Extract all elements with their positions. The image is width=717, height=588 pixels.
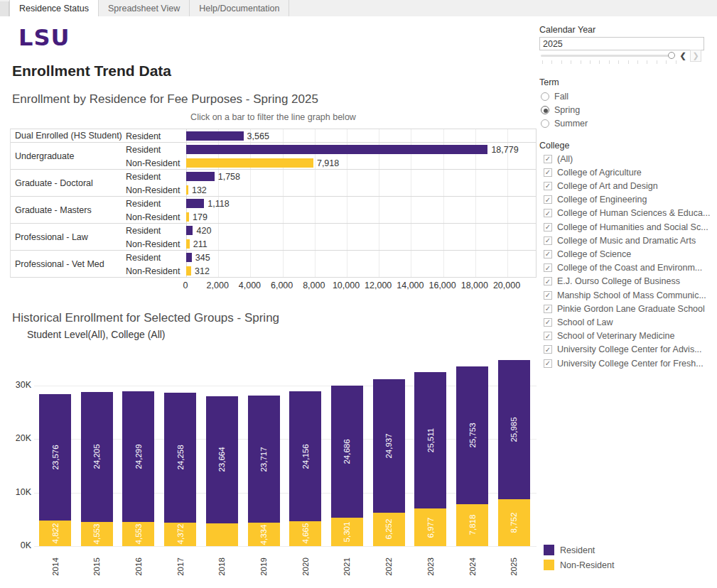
college-checkbox-college-of-human-sciences-educa[interactable]: ✓College of Human Sciences & Educa...: [544, 207, 710, 219]
resident-value-label: 23,717: [259, 447, 268, 472]
radio-selected-icon: [541, 106, 549, 114]
bar-value-label: 179: [193, 210, 207, 224]
slider-tick: [590, 60, 591, 64]
slider-tick: [581, 60, 581, 64]
legend-item-resident[interactable]: Resident: [544, 543, 614, 557]
bar-value-label: 420: [196, 224, 211, 237]
residence-label: Resident: [126, 129, 161, 143]
term-filter-label: Term: [539, 77, 559, 87]
college-option-label: College of Art and Design: [557, 181, 658, 191]
college-checkbox-university-college-center-for-advis[interactable]: ✓University College Center for Advis...: [544, 344, 702, 356]
bar-professional-vet-med-non-resident[interactable]: [186, 266, 191, 276]
x-axis-tick: 14,000: [397, 281, 424, 290]
nonresident-value-label: 4,553: [92, 523, 101, 544]
term-radio-fall[interactable]: Fall: [541, 90, 568, 102]
college-checkbox-e-j-ourso-college-of-business[interactable]: ✓E.J. Ourso College of Business: [544, 276, 680, 288]
resident-value-label: 23,664: [217, 447, 226, 472]
college-checkbox-college-of-science[interactable]: ✓College of Science: [544, 248, 631, 260]
slider-tick: [657, 60, 657, 64]
college-checkbox-manship-school-of-mass-communic[interactable]: ✓Manship School of Mass Communic...: [544, 289, 706, 301]
historical-stacked-chart: 0K10K20K30K23,5764,822201424,2054,553201…: [0, 348, 546, 588]
resident-value-label: 25,511: [426, 428, 435, 452]
residence-label: Non-Resident: [126, 237, 180, 251]
x-axis-tick: 4,000: [239, 281, 261, 290]
historical-chart-subtitle: Student Level(All), College (All): [27, 329, 166, 340]
term-option-label: Fall: [554, 92, 568, 102]
college-checkbox-college-of-music-and-dramatic-arts[interactable]: ✓College of Music and Dramatic Arts: [544, 234, 696, 246]
bar-professional-law-resident[interactable]: [186, 226, 193, 235]
historical-chart-title: Historical Enrollment for Selected Group…: [12, 311, 279, 325]
bar-value-label: 3,565: [247, 129, 269, 143]
college-option-label: University College Center for Advis...: [557, 344, 702, 354]
nonresident-value-label: 4,665: [301, 523, 310, 544]
residence-label: Non-Resident: [126, 183, 180, 197]
bar-undergraduate-non-resident[interactable]: [186, 158, 313, 168]
college-option-label: E.J. Ourso College of Business: [557, 276, 680, 286]
tab-spreadsheet-view[interactable]: Spreadsheet View: [99, 0, 190, 16]
residence-chart-title: Enrollment by Residence for Fee Purposes…: [12, 92, 318, 107]
bar-value-label: 18,779: [491, 143, 518, 156]
term-option-label: Spring: [554, 105, 580, 115]
chart-subrow: Resident420: [11, 224, 536, 237]
calendar-year-prev-button[interactable]: ❮: [677, 50, 689, 62]
x-axis-tick: 0: [183, 281, 188, 290]
slider-tick: [618, 60, 619, 64]
bar-professional-law-non-resident[interactable]: [186, 239, 190, 249]
term-option-label: Summer: [554, 119, 588, 129]
resident-value-label: 23,576: [51, 445, 60, 469]
calendar-year-slider-handle[interactable]: [668, 52, 675, 59]
college-checkbox-school-of-law[interactable]: ✓School of Law: [544, 316, 613, 328]
residence-legend: ResidentNon-Resident: [544, 543, 614, 572]
college-checkbox-college-of-humanities-and-social-sc[interactable]: ✓College of Humanities and Social Sc...: [544, 221, 708, 233]
checkbox-check-icon: ✓: [544, 182, 552, 190]
bar-undergraduate-resident[interactable]: [186, 145, 487, 154]
slider-tick: [676, 60, 676, 64]
bar-value-label: 1,118: [207, 197, 229, 210]
college-checkbox-college-of-art-and-design[interactable]: ✓College of Art and Design: [544, 180, 658, 192]
term-radio-spring[interactable]: Spring: [541, 104, 580, 116]
college-checkbox-college-of-the-coast-and-environm[interactable]: ✓College of the Coast and Environm...: [544, 262, 702, 274]
residence-chart-x-axis: 02,0004,0006,0008,00010,00012,00014,0001…: [10, 281, 537, 292]
term-radio-summer[interactable]: Summer: [541, 117, 588, 129]
chart-subrow: Non-Resident132: [11, 183, 536, 197]
stacked-bar-nonresident-2018[interactable]: [206, 523, 238, 546]
college-checkbox-pinkie-gordon-lane-graduate-school[interactable]: ✓Pinkie Gordon Lane Graduate School: [544, 303, 705, 315]
x-axis-tick: 2,000: [207, 281, 229, 290]
calendar-year-slider-track[interactable]: [541, 55, 669, 57]
x-axis-tick: 20,000: [493, 281, 520, 290]
resident-value-label: 24,937: [384, 433, 393, 458]
bar-value-label: 132: [192, 183, 207, 197]
radio-icon: [541, 119, 549, 128]
bar-graduate-masters-non-resident[interactable]: [186, 212, 189, 222]
residence-label: Resident: [126, 170, 161, 183]
college-checkbox-university-college-center-for-fresh[interactable]: ✓University College Center for Fresh...: [544, 357, 703, 369]
slider-tick: [599, 60, 600, 64]
calendar-year-next-button[interactable]: ❯: [690, 50, 701, 62]
x-axis-year-label: 2020: [301, 557, 310, 576]
college-checkbox-school-of-veterinary-medicine[interactable]: ✓School of Veterinary Medicine: [544, 330, 674, 342]
checkbox-check-icon: ✓: [544, 332, 552, 340]
tab-residence-status[interactable]: Residence Status: [9, 0, 99, 16]
x-axis-year-label: 2023: [426, 557, 435, 576]
college-checkbox-all[interactable]: ✓(All): [544, 153, 573, 165]
bar-dual-enrolled-hs-student-resident[interactable]: [186, 131, 244, 141]
calendar-year-input[interactable]: [539, 37, 704, 50]
nonresident-value-label: 4,372: [176, 524, 185, 545]
x-axis-year-label: 2024: [468, 557, 477, 576]
residence-label: Resident: [126, 143, 161, 156]
college-checkbox-college-of-agriculture[interactable]: ✓College of Agriculture: [544, 166, 642, 178]
bar-graduate-masters-resident[interactable]: [186, 199, 204, 208]
nonresident-value-label: 6,252: [384, 519, 393, 540]
legend-item-non-resident[interactable]: Non-Resident: [544, 557, 614, 572]
college-checkbox-college-of-engineering[interactable]: ✓College of Engineering: [544, 194, 647, 206]
bar-graduate-doctoral-non-resident[interactable]: [186, 185, 188, 195]
college-option-label: College of Engineering: [557, 195, 647, 205]
slider-tick: [571, 60, 571, 64]
tab-help-documentation[interactable]: Help/Documentation: [190, 0, 289, 16]
chart-subrow: Resident345: [11, 251, 536, 264]
resident-value-label: 25,753: [468, 423, 477, 447]
y-axis-tick: 0K: [1, 540, 31, 550]
x-axis-tick: 16,000: [428, 281, 455, 290]
bar-professional-vet-med-resident[interactable]: [186, 253, 192, 262]
bar-graduate-doctoral-resident[interactable]: [186, 172, 215, 181]
